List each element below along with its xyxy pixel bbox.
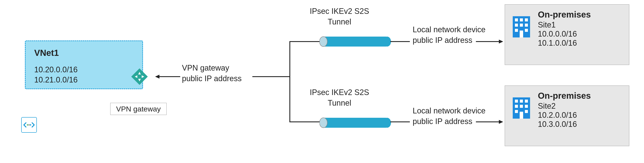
svg-rect-31 bbox=[515, 100, 518, 102]
site2-addr2: 10.3.0.0/16 bbox=[538, 120, 591, 129]
svg-point-14 bbox=[320, 118, 327, 128]
svg-point-15 bbox=[383, 118, 391, 128]
svg-rect-27 bbox=[515, 29, 518, 32]
svg-marker-17 bbox=[499, 40, 503, 44]
svg-rect-32 bbox=[520, 100, 523, 102]
connector-to-tunnel1 bbox=[290, 41, 321, 42]
tunnel1-line1: IPsec IKEv2 S2S bbox=[310, 6, 369, 17]
svg-rect-38 bbox=[525, 110, 528, 113]
arrow-to-site1-icon bbox=[476, 38, 504, 44]
site2-title: On-premises bbox=[538, 91, 591, 101]
svg-rect-34 bbox=[515, 105, 518, 108]
tunnel2-line1: IPsec IKEv2 S2S bbox=[310, 87, 369, 98]
tunnel-2-icon bbox=[320, 116, 391, 130]
local1-line2: public IP address bbox=[413, 35, 486, 46]
site1-box: On-premises Site1 10.0.0.0/16 10.1.0.0/1… bbox=[505, 4, 629, 65]
svg-rect-26 bbox=[525, 24, 528, 27]
svg-rect-36 bbox=[525, 105, 528, 108]
tunnel-label-1: IPsec IKEv2 S2S Tunnel bbox=[310, 6, 369, 27]
vpn-gateway-ip-label: VPN gateway public IP address bbox=[182, 63, 242, 84]
vpn-gateway-label-text: VPN gateway bbox=[116, 105, 161, 113]
svg-rect-22 bbox=[520, 18, 523, 22]
building-icon bbox=[511, 15, 532, 40]
connector-vertical bbox=[290, 41, 290, 122]
local1-line1: Local network device bbox=[413, 24, 486, 35]
svg-rect-35 bbox=[520, 105, 523, 108]
vpn-gateway-ip-line1: VPN gateway bbox=[182, 63, 242, 74]
svg-point-1 bbox=[28, 124, 30, 126]
arrow-to-site2-icon bbox=[476, 119, 504, 125]
site1-text: On-premises Site1 10.0.0.0/16 10.1.0.0/1… bbox=[538, 10, 591, 48]
site1-addr1: 10.0.0.0/16 bbox=[538, 30, 591, 38]
vnet-box: VNet1 10.20.0.0/16 10.21.0.0/16 bbox=[25, 40, 143, 89]
connector-line bbox=[252, 76, 290, 77]
tunnel1-line2: Tunnel bbox=[310, 17, 369, 27]
site1-name: Site1 bbox=[538, 20, 591, 30]
building-icon bbox=[511, 96, 532, 121]
local-network-label-2: Local network device public IP address bbox=[413, 106, 486, 127]
tunnel-1-icon bbox=[320, 35, 391, 48]
svg-rect-10 bbox=[324, 36, 387, 46]
local-network-label-1: Local network device public IP address bbox=[413, 24, 486, 46]
svg-rect-37 bbox=[515, 110, 518, 113]
svg-point-11 bbox=[320, 36, 327, 46]
svg-rect-13 bbox=[324, 118, 387, 128]
vpn-gateway-label: VPN gateway bbox=[110, 103, 166, 115]
site2-text: On-premises Site2 10.2.0.0/16 10.3.0.0/1… bbox=[538, 91, 591, 129]
local2-line2: public IP address bbox=[413, 116, 486, 127]
svg-rect-24 bbox=[515, 24, 518, 27]
vnet-address-2: 10.21.0.0/16 bbox=[34, 75, 134, 85]
connector-tunnel1-out bbox=[390, 41, 410, 42]
svg-rect-21 bbox=[515, 18, 518, 22]
vpn-gateway-icon bbox=[130, 67, 149, 86]
tunnel-label-2: IPsec IKEv2 S2S Tunnel bbox=[310, 87, 369, 108]
svg-rect-39 bbox=[520, 112, 523, 118]
svg-rect-29 bbox=[520, 30, 523, 38]
site1-addr2: 10.1.0.0/16 bbox=[538, 38, 591, 48]
site1-title: On-premises bbox=[538, 10, 591, 20]
vnet-address-1: 10.20.0.0/16 bbox=[34, 65, 134, 75]
svg-marker-9 bbox=[155, 75, 160, 78]
svg-rect-33 bbox=[525, 100, 528, 102]
svg-point-12 bbox=[383, 36, 391, 46]
site2-box: On-premises Site2 10.2.0.0/16 10.3.0.0/1… bbox=[505, 86, 629, 146]
svg-point-0 bbox=[27, 124, 28, 126]
tunnel2-line2: Tunnel bbox=[310, 98, 369, 108]
svg-point-2 bbox=[30, 124, 31, 126]
svg-rect-25 bbox=[520, 24, 523, 27]
vnet-peering-icon bbox=[21, 117, 37, 133]
site2-addr1: 10.2.0.0/16 bbox=[538, 110, 591, 120]
vpn-gateway-ip-line2: public IP address bbox=[182, 74, 242, 84]
arrow-to-gateway-icon bbox=[155, 74, 181, 80]
svg-marker-19 bbox=[499, 120, 503, 124]
svg-rect-3 bbox=[131, 68, 148, 85]
svg-rect-23 bbox=[525, 18, 528, 22]
connector-to-tunnel2 bbox=[290, 122, 321, 122]
svg-rect-28 bbox=[525, 29, 528, 32]
local2-line1: Local network device bbox=[413, 106, 486, 116]
site2-name: Site2 bbox=[538, 102, 591, 110]
vnet-title: VNet1 bbox=[34, 48, 134, 58]
connector-tunnel2-out bbox=[390, 122, 410, 122]
